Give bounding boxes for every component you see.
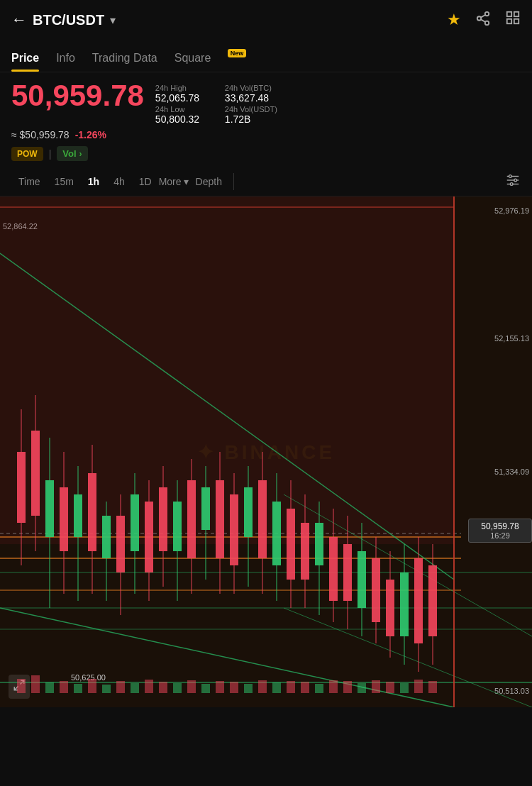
svg-rect-96 xyxy=(74,684,82,693)
svg-rect-94 xyxy=(45,682,54,693)
approx-price: ≈ $50,959.78 xyxy=(11,129,70,140)
svg-rect-87 xyxy=(400,572,409,636)
svg-rect-105 xyxy=(201,684,210,693)
tab-price[interactable]: Price xyxy=(11,52,39,72)
svg-rect-39 xyxy=(60,487,68,551)
svg-rect-65 xyxy=(244,487,253,537)
svg-rect-49 xyxy=(131,494,139,551)
svg-line-4 xyxy=(481,14,485,17)
vol-chevron: › xyxy=(79,149,82,159)
header: ← BTC/USDT ▾ ★ xyxy=(0,0,532,40)
toolbar-15m[interactable]: 15m xyxy=(48,173,81,190)
toolbar-4h[interactable]: 4h xyxy=(106,173,132,190)
main-price: 50,959.78 xyxy=(11,81,144,111)
svg-rect-75 xyxy=(315,523,323,565)
tab-info[interactable]: Info xyxy=(56,52,75,72)
svg-rect-102 xyxy=(159,682,167,693)
svg-rect-53 xyxy=(159,487,167,551)
svg-rect-33 xyxy=(17,452,26,523)
svg-rect-104 xyxy=(187,680,196,693)
svg-rect-41 xyxy=(74,494,82,537)
svg-rect-85 xyxy=(386,580,394,636)
share-icon[interactable] xyxy=(475,11,491,30)
pow-tag: POW xyxy=(11,147,43,161)
vol-btc-value: 33,627.48 xyxy=(225,92,277,104)
price-section: 50,959.78 24h High 52,065.78 24h Vol(BTC… xyxy=(0,72,532,167)
svg-rect-61 xyxy=(216,480,224,558)
toolbar-settings[interactable] xyxy=(505,172,521,191)
tab-square[interactable]: Square New xyxy=(174,52,231,72)
header-left: ← BTC/USDT ▾ xyxy=(11,11,116,29)
svg-rect-47 xyxy=(116,516,125,572)
pair-title[interactable]: BTC/USDT xyxy=(33,12,104,28)
svg-rect-73 xyxy=(301,523,309,580)
svg-rect-109 xyxy=(258,680,267,693)
low-label: 24h Low xyxy=(155,105,208,114)
svg-rect-121 xyxy=(428,681,437,693)
toolbar-1d[interactable]: 1D xyxy=(132,173,159,190)
approx-row: ≈ $50,959.78 -1.26% xyxy=(11,129,521,140)
svg-rect-100 xyxy=(131,683,139,693)
svg-rect-45 xyxy=(102,516,111,558)
svg-point-2 xyxy=(485,21,489,24)
svg-rect-7 xyxy=(507,19,511,23)
chart-toolbar: Time 15m 1h 4h 1D More ▾ Depth xyxy=(0,167,532,196)
svg-rect-55 xyxy=(173,502,182,551)
svg-rect-98 xyxy=(102,685,111,693)
svg-rect-103 xyxy=(173,683,182,693)
svg-rect-107 xyxy=(230,682,238,693)
price-row: 50,959.78 24h High 52,065.78 24h Vol(BTC… xyxy=(11,81,521,125)
low-value: 50,800.32 xyxy=(155,114,208,125)
dropdown-icon[interactable]: ▾ xyxy=(110,13,116,27)
stat-high: 24h High 52,065.78 xyxy=(155,84,208,104)
svg-rect-63 xyxy=(230,494,238,565)
svg-rect-71 xyxy=(287,509,295,580)
svg-point-14 xyxy=(510,182,513,185)
svg-rect-92 xyxy=(17,679,26,693)
svg-rect-106 xyxy=(216,681,224,693)
svg-rect-67 xyxy=(258,480,267,558)
favorite-icon[interactable]: ★ xyxy=(447,11,461,29)
svg-rect-91 xyxy=(428,565,437,636)
vol-usdt-label: 24h Vol(USDT) xyxy=(225,105,277,114)
high-label: 24h High xyxy=(155,84,208,92)
back-button[interactable]: ← xyxy=(11,11,27,29)
toolbar-1h[interactable]: 1h xyxy=(81,173,106,190)
chart-area[interactable]: ✦ BINANCE 52,976.19 52,155.13 51,334.09 … xyxy=(0,196,532,707)
toolbar-time[interactable]: Time xyxy=(11,173,48,190)
tab-trading-data[interactable]: Trading Data xyxy=(92,52,157,72)
vol-button[interactable]: Vol › xyxy=(57,146,87,161)
svg-rect-113 xyxy=(315,684,323,693)
price-stats: 24h High 52,065.78 24h Vol(BTC) 33,627.4… xyxy=(155,84,277,125)
svg-rect-116 xyxy=(358,683,366,693)
svg-rect-110 xyxy=(272,682,281,693)
svg-point-12 xyxy=(509,175,512,177)
svg-line-3 xyxy=(481,19,485,22)
grid-icon[interactable] xyxy=(505,10,521,30)
svg-rect-79 xyxy=(343,544,352,601)
svg-rect-97 xyxy=(88,679,96,693)
svg-point-0 xyxy=(485,11,489,16)
tabs-bar: Price Info Trading Data Square New xyxy=(0,40,532,72)
svg-rect-101 xyxy=(145,680,153,693)
svg-rect-51 xyxy=(145,502,153,572)
svg-rect-6 xyxy=(514,12,519,16)
toolbar-more[interactable]: More ▾ xyxy=(159,176,189,187)
header-right: ★ xyxy=(447,10,521,30)
svg-rect-120 xyxy=(414,680,423,693)
svg-point-13 xyxy=(514,179,517,182)
svg-rect-118 xyxy=(386,682,394,693)
toolbar-depth[interactable]: Depth xyxy=(189,173,229,190)
svg-rect-37 xyxy=(45,480,54,537)
svg-rect-5 xyxy=(507,12,511,16)
svg-rect-119 xyxy=(400,683,409,693)
svg-rect-59 xyxy=(201,487,210,530)
svg-rect-89 xyxy=(414,558,423,643)
vol-usdt-value: 1.72B xyxy=(225,114,277,125)
svg-rect-43 xyxy=(88,473,96,551)
svg-rect-117 xyxy=(372,680,380,693)
vol-btc-label: 24h Vol(BTC) xyxy=(225,84,277,92)
svg-rect-81 xyxy=(358,551,366,608)
svg-rect-108 xyxy=(244,684,253,693)
svg-point-1 xyxy=(477,16,482,21)
